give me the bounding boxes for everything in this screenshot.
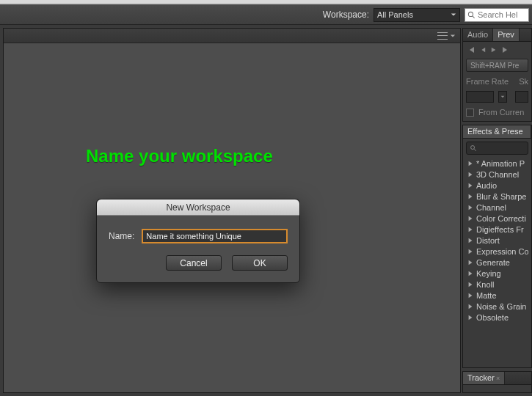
workspace-name-input[interactable]: [142, 229, 288, 243]
effects-panel: Effects & Prese * Animation P3D ChannelA…: [462, 125, 532, 368]
effects-category-label: Knoll: [476, 280, 494, 289]
workspace-label: Workspace:: [323, 10, 369, 20]
help-search-placeholder: Search Hel: [478, 10, 517, 19]
effects-category-item[interactable]: Channel: [466, 202, 528, 213]
disclosure-triangle-icon: [467, 293, 473, 298]
dialog-title: New Workspace: [97, 199, 299, 216]
disclosure-triangle-icon: [467, 282, 473, 287]
svg-point-2: [471, 146, 475, 150]
effects-list: * Animation P3D ChannelAudioBlur & Sharp…: [466, 158, 528, 323]
effects-category-label: Noise & Grain: [476, 302, 526, 311]
search-icon: [467, 11, 475, 19]
effects-search-input[interactable]: [466, 142, 528, 155]
name-label: Name:: [109, 231, 134, 241]
effects-category-item[interactable]: Digieffects Fr: [466, 224, 528, 235]
effects-category-item[interactable]: 3D Channel: [466, 169, 528, 180]
play-icon[interactable]: [491, 46, 497, 54]
search-icon: [470, 144, 477, 152]
effects-category-label: * Animation P: [476, 159, 525, 168]
next-frame-icon[interactable]: [502, 46, 509, 54]
effects-category-label: 3D Channel: [476, 170, 519, 179]
close-icon[interactable]: ×: [496, 375, 500, 382]
first-frame-icon[interactable]: [467, 46, 475, 54]
svg-point-0: [468, 12, 473, 16]
tracker-panel: Tracker×: [462, 371, 532, 393]
effects-category-label: Obsolete: [476, 313, 509, 322]
effects-category-label: Distort: [476, 236, 500, 245]
effects-category-item[interactable]: Distort: [466, 235, 528, 246]
tab-audio[interactable]: Audio: [463, 29, 493, 41]
effects-category-item[interactable]: Obsolete: [466, 312, 528, 323]
top-toolbar: Workspace: All Panels Search Hel: [0, 4, 532, 25]
from-current-label: From Curren: [478, 108, 524, 117]
workspace-value: All Panels: [377, 10, 413, 19]
disclosure-triangle-icon: [467, 271, 473, 276]
disclosure-triangle-icon: [467, 194, 473, 199]
disclosure-triangle-icon: [467, 260, 473, 265]
tracker-tab-label: Tracker: [467, 373, 495, 382]
cancel-button[interactable]: Cancel: [166, 255, 222, 271]
disclosure-triangle-icon: [467, 205, 473, 210]
skip-field[interactable]: [515, 91, 528, 103]
tab-effects-presets[interactable]: Effects & Prese: [463, 125, 531, 138]
new-workspace-dialog: New Workspace Name: Cancel OK: [96, 199, 300, 283]
effects-category-label: Color Correcti: [476, 214, 526, 223]
effects-category-label: Channel: [476, 203, 506, 212]
frame-rate-dropdown[interactable]: [498, 91, 507, 103]
effects-category-item[interactable]: Keying: [466, 268, 528, 279]
effects-category-item[interactable]: Knoll: [466, 279, 528, 290]
prev-frame-icon[interactable]: [480, 46, 486, 54]
effects-category-item[interactable]: Matte: [466, 290, 528, 301]
help-search-input[interactable]: Search Hel: [464, 8, 529, 22]
effects-category-item[interactable]: Expression Co: [466, 246, 528, 257]
disclosure-triangle-icon: [467, 216, 473, 221]
effects-category-label: Keying: [476, 269, 501, 278]
svg-line-1: [473, 15, 475, 18]
panel-menu-icon[interactable]: [437, 32, 448, 40]
workspace-dropdown[interactable]: All Panels: [374, 8, 460, 22]
preview-panel: Audio Prev Shift+RAM Pre Frame Rate Sk: [462, 28, 532, 122]
from-current-checkbox[interactable]: [466, 109, 474, 117]
effects-category-label: Expression Co: [476, 247, 528, 256]
effects-category-item[interactable]: Audio: [466, 180, 528, 191]
disclosure-triangle-icon: [467, 183, 473, 188]
disclosure-triangle-icon: [467, 172, 473, 177]
disclosure-triangle-icon: [467, 315, 473, 320]
tab-tracker[interactable]: Tracker×: [463, 372, 505, 384]
disclosure-triangle-icon: [467, 238, 473, 243]
tab-preview[interactable]: Prev: [493, 29, 520, 41]
chevron-down-icon: [450, 33, 456, 39]
instruction-overlay: Name your workspace: [86, 146, 273, 166]
effects-category-item[interactable]: * Animation P: [466, 158, 528, 169]
effects-category-label: Matte: [476, 291, 497, 300]
main-viewer-panel: Name your workspace New Workspace Name: …: [3, 28, 461, 393]
effects-category-item[interactable]: Generate: [466, 257, 528, 268]
effects-category-label: Digieffects Fr: [476, 225, 524, 234]
shift-ram-preview-button[interactable]: Shift+RAM Pre: [466, 59, 528, 72]
disclosure-triangle-icon: [467, 304, 473, 309]
skip-label: Sk: [519, 77, 528, 86]
effects-category-label: Generate: [476, 258, 510, 267]
disclosure-triangle-icon: [467, 227, 473, 232]
effects-category-item[interactable]: Color Correcti: [466, 213, 528, 224]
svg-line-3: [474, 149, 476, 151]
effects-category-item[interactable]: Noise & Grain: [466, 301, 528, 312]
effects-category-label: Blur & Sharpe: [476, 192, 526, 201]
ok-button[interactable]: OK: [232, 255, 288, 271]
disclosure-triangle-icon: [467, 249, 473, 254]
disclosure-triangle-icon: [467, 161, 473, 166]
viewer-header: [4, 29, 460, 43]
chevron-down-icon: [451, 12, 456, 18]
effects-category-item[interactable]: Blur & Sharpe: [466, 191, 528, 202]
frame-rate-label: Frame Rate: [466, 77, 509, 86]
effects-category-label: Audio: [476, 181, 497, 190]
frame-rate-field[interactable]: [466, 91, 494, 103]
